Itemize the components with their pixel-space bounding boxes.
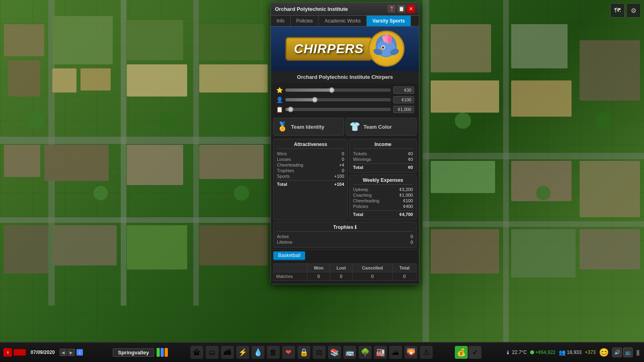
slider-row-1: ⭐ ¢30 bbox=[276, 86, 414, 94]
exp-row-total: Total ¢4,700 bbox=[353, 210, 413, 217]
close-button[interactable]: ✕ bbox=[407, 5, 415, 13]
road-icon[interactable]: 🛣 bbox=[190, 346, 203, 359]
landscape-icon[interactable]: 🌄 bbox=[405, 346, 417, 359]
screen-button[interactable]: 📺 bbox=[623, 348, 633, 357]
water-icon[interactable]: 💧 bbox=[252, 346, 264, 359]
sliders-section: ⭐ ¢30 👤 ¢100 📋 ¢1,000 bbox=[271, 83, 419, 116]
slider-value-2: ¢100 bbox=[393, 96, 414, 103]
attr-value-sports: +100 bbox=[334, 174, 344, 179]
slider-track-3[interactable] bbox=[285, 108, 391, 111]
attr-label-total: Total bbox=[277, 182, 287, 187]
slider-row-3: 📋 ¢1,000 bbox=[276, 106, 414, 113]
education-icon[interactable]: 📚 bbox=[328, 346, 341, 359]
slider-fill-2 bbox=[285, 98, 315, 101]
svg-point-38 bbox=[93, 186, 108, 200]
svg-point-43 bbox=[595, 112, 613, 130]
team-logo-area: CHIRPERS bbox=[285, 31, 404, 67]
info-icon[interactable]: 📋 bbox=[397, 5, 405, 13]
svg-point-39 bbox=[160, 112, 178, 130]
fire-icon[interactable]: 🔒 bbox=[297, 346, 310, 359]
next-button[interactable]: ▶ bbox=[68, 349, 75, 356]
game-mode-icons: 💰 ✓ bbox=[455, 346, 481, 359]
attr-label-trophies: Trophies bbox=[277, 168, 294, 173]
parks-icon[interactable]: 🌳 bbox=[359, 346, 372, 359]
slider-thumb-2[interactable] bbox=[312, 97, 318, 103]
svg-point-48 bbox=[383, 46, 384, 47]
income-row-tickets: Tickets ¢0 bbox=[353, 151, 413, 156]
matches-val-total: 0 bbox=[392, 272, 416, 281]
location-icon[interactable]: 📍 bbox=[388, 5, 396, 13]
slider-track-1[interactable] bbox=[285, 88, 391, 92]
slider-thumb-3[interactable] bbox=[288, 107, 293, 112]
health-icon[interactable]: ❤ bbox=[282, 346, 295, 359]
svg-rect-18 bbox=[4, 145, 40, 177]
zone-icon[interactable]: 🗂 bbox=[206, 346, 219, 359]
exp-value-cheerleading: ¢100 bbox=[403, 198, 413, 203]
end-button[interactable]: ▮ bbox=[636, 348, 640, 357]
settings-icon[interactable]: ⚙ bbox=[626, 3, 641, 18]
exp-row-policies: Policies ¢400 bbox=[353, 204, 413, 209]
tab-varsity-sports[interactable]: Varsity Sports bbox=[367, 16, 411, 26]
attr-value-losses: 0 bbox=[342, 157, 344, 162]
pause-button[interactable]: ⏸ bbox=[3, 348, 12, 357]
exp-label-total: Total bbox=[353, 212, 363, 217]
transport-icon[interactable]: 🚌 bbox=[343, 346, 356, 359]
police-icon[interactable]: ⚖ bbox=[313, 346, 326, 359]
matches-row-label: Matches bbox=[274, 272, 308, 281]
svg-rect-21 bbox=[199, 145, 264, 179]
info-badge[interactable]: i bbox=[76, 349, 83, 356]
income-value-total: ¢0 bbox=[408, 165, 413, 170]
team-identity-button[interactable]: 🏅 Team Identity bbox=[273, 118, 344, 136]
slider-thumb-1[interactable] bbox=[329, 87, 334, 93]
sport-tabs: Basketball bbox=[271, 249, 419, 262]
funds-value: +¢64,922 bbox=[535, 350, 555, 355]
svg-rect-27 bbox=[511, 24, 568, 68]
svg-rect-9 bbox=[4, 24, 44, 56]
svg-rect-19 bbox=[44, 145, 109, 181]
expenses-box: Weekly Expenses Upkeep ¢3,200 Coaching ¢… bbox=[349, 175, 417, 220]
attr-label-losses: Losses bbox=[277, 157, 291, 162]
attr-label-cheerleading: Cheerleading bbox=[277, 162, 303, 167]
team-color-button[interactable]: 👕 Team Color bbox=[346, 118, 417, 136]
terrain-icon[interactable]: ⛰ bbox=[389, 346, 402, 359]
attr-row-total: Total +104 bbox=[277, 180, 344, 187]
disasters-icon[interactable]: ⚠ bbox=[420, 346, 433, 359]
industry-icon[interactable]: 🏭 bbox=[374, 346, 387, 359]
electricity-icon[interactable]: ⚡ bbox=[236, 346, 249, 359]
slider-track-2[interactable] bbox=[285, 98, 391, 101]
thermometer-icon: 🌡 bbox=[505, 349, 511, 356]
population-value: 18,933 bbox=[567, 350, 582, 355]
team-badge-text: CHIRPERS bbox=[285, 37, 372, 61]
check-icon[interactable]: ✓ bbox=[469, 346, 481, 359]
svg-rect-26 bbox=[431, 24, 491, 72]
tab-academic-works[interactable]: Academic Works bbox=[319, 16, 367, 26]
bar-blue bbox=[161, 348, 164, 357]
main-dialog: Orchard Polytechnic Institute 📍 📋 ✕ Info… bbox=[270, 2, 419, 284]
attr-label-wins: Wins bbox=[277, 151, 287, 156]
tab-policies[interactable]: Policies bbox=[291, 16, 319, 26]
funds-stat: +¢64,922 bbox=[530, 350, 555, 355]
population-stat: 👥 18,933 bbox=[559, 349, 582, 356]
matches-col-won: Won bbox=[307, 264, 330, 272]
svg-rect-14 bbox=[127, 20, 183, 60]
garbage-icon[interactable]: 🗑 bbox=[267, 346, 280, 359]
basketball-tab[interactable]: Basketball bbox=[273, 251, 305, 260]
svg-rect-17 bbox=[199, 64, 268, 93]
matches-val-won: 0 bbox=[307, 272, 330, 281]
exp-value-total: ¢4,700 bbox=[399, 212, 413, 217]
taskbar: ⏸ 07/09/2020 ◀ ▶ i Springvalley 🛣 🗂 🏙 ⚡ … bbox=[0, 342, 644, 362]
prev-button[interactable]: ◀ bbox=[60, 349, 67, 356]
svg-rect-25 bbox=[199, 225, 268, 265]
matches-col-empty bbox=[274, 264, 308, 272]
tab-info[interactable]: Info bbox=[271, 16, 291, 26]
city-name: Springvalley bbox=[113, 348, 154, 357]
minimap-icon[interactable]: 🗺 bbox=[610, 3, 625, 18]
volume-button[interactable]: 🔊 bbox=[612, 348, 622, 357]
money-icon[interactable]: 💰 bbox=[455, 346, 468, 359]
exp-label-policies: Policies bbox=[353, 204, 368, 209]
income-value-tickets: ¢0 bbox=[408, 151, 413, 156]
district-icon[interactable]: 🏙 bbox=[221, 346, 234, 359]
attractiveness-box: Attractiveness Wins 0 Losses 0 Cheerlead… bbox=[273, 139, 348, 220]
funds-dot bbox=[530, 350, 534, 354]
trophies-value-active: 0 bbox=[411, 234, 413, 239]
